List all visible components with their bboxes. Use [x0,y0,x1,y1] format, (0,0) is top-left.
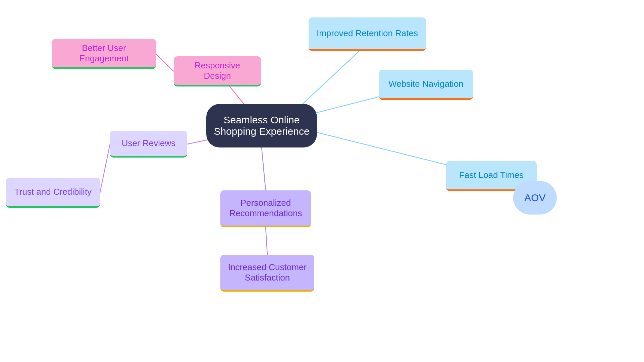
aov-node: AOV [513,181,557,215]
better-user-engagement-node: Better User Engagement [52,39,156,69]
increased-satisfaction-node: Increased Customer Satisfaction [220,255,314,292]
website-navigation-node: Website Navigation [379,70,473,100]
responsive-design-node: Responsive Design [174,56,261,86]
personalized-recommendations-node: Personalized Recommendations [220,190,311,227]
user-reviews-node: User Reviews [110,131,187,158]
trust-credibility-node: Trust and Credibility [6,178,100,208]
svg-line-2 [292,44,367,114]
improved-retention-node: Improved Retention Rates [309,17,426,51]
svg-line-7 [100,144,110,193]
center-node: Seamless Online Shopping Experience [206,104,317,147]
svg-line-1 [156,54,174,71]
svg-line-8 [262,147,266,190]
svg-line-9 [266,227,267,255]
